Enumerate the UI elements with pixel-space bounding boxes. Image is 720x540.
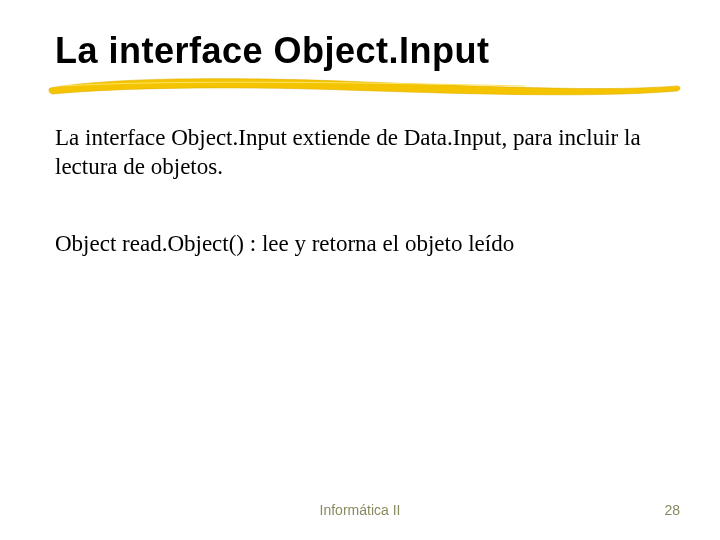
page-number: 28 (664, 502, 680, 518)
paragraph-2: Object read.Object() : lee y retorna el … (55, 230, 665, 259)
slide-title: La interface Object.Input (55, 30, 665, 72)
paragraph-1: La interface Object.Input extiende de Da… (55, 124, 665, 182)
footer-course-name: Informática II (0, 502, 720, 518)
brush-stroke-icon (45, 72, 685, 100)
slide: La interface Object.Input La interface O… (0, 0, 720, 540)
title-underline (55, 78, 665, 102)
